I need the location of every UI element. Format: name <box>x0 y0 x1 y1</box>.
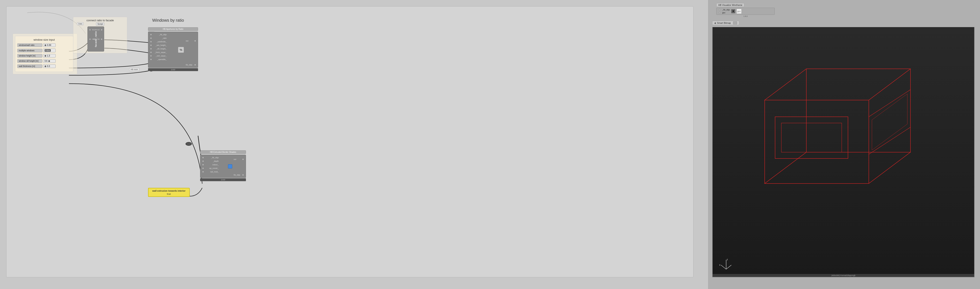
canvas-area: window size input window/wall ratio 0.30… <box>6 6 694 277</box>
ext-rad-dot <box>202 171 204 172</box>
multiple-windows-value[interactable]: False <box>43 49 56 52</box>
axes-indicator: z y x <box>719 258 731 271</box>
ratio-in-port-dot <box>89 38 91 40</box>
wall-thickness-value[interactable]: 0.3 <box>43 64 56 68</box>
svg-rect-7 <box>781 123 842 152</box>
multiple-windows-label: multiple windows <box>17 49 42 52</box>
ext-depth-port: _depth <box>202 160 227 162</box>
win-height-port: _win_height_ <box>150 44 177 46</box>
hb-vis-version: 1.8.0 <box>716 15 775 17</box>
script-badge: Script <box>96 22 104 26</box>
viewport-bg: z y x (400x300) Format32bppArgb <box>713 27 974 277</box>
hb-visualize-node[interactable]: HB Visualize Wireframe _hb_objs geo ⬇ ge… <box>716 3 775 17</box>
right-panel: HB Visualize Wireframe _hb_objs geo ⬇ ge… <box>708 0 980 289</box>
multiple-windows-bool: False <box>45 49 51 52</box>
viewport-3d: z y x (400x300) Format32bppArgb <box>712 27 975 277</box>
hb-vis-geo-dot <box>719 12 721 14</box>
download-icon: ⬇ <box>731 9 735 13</box>
hb-objs-dot <box>150 34 152 35</box>
viewport-footer: (400x300) Format32bppArgb <box>713 274 974 277</box>
ext-ep-dot <box>202 168 204 169</box>
facade-ratio-node[interactable]: facade ratio facade_ratio out <box>88 27 104 51</box>
ext-hb-objs-out-dot <box>242 174 244 176</box>
wall-extrusion-value: true <box>152 193 186 195</box>
ext-indoor-port: indoor_ <box>202 164 227 166</box>
smart-bitmap-chevron[interactable]: ◀ <box>714 22 716 24</box>
window-wall-ratio-knob[interactable] <box>45 45 46 46</box>
hb-objs-port: _hb_objs <box>718 9 730 11</box>
geo-icon: geo <box>737 9 741 14</box>
ext-out-port: out <box>233 158 245 160</box>
horiz-separ-dot <box>150 51 152 53</box>
hb-apertures-node[interactable]: HB Apertures by Ratio _hb_objs _ratio _s… <box>148 27 198 71</box>
data-badge-connect: Data <box>77 22 84 25</box>
ellipse-conn-shape <box>186 142 192 146</box>
svg-marker-1 <box>765 69 910 100</box>
hb-extruded-header: HB Extruded Border Shades <box>200 150 246 154</box>
window-height-knob[interactable] <box>45 55 46 57</box>
geo-port: geo <box>718 12 730 14</box>
ratio-dot <box>150 37 152 39</box>
axes-svg: z y x <box>719 258 731 270</box>
wall-extrusion-node[interactable]: wall extrusion towards interior true <box>148 188 190 197</box>
wall-thickness-row: wall thickness [m] 0.3 <box>17 64 71 68</box>
hb-extruded-outputs: out hb_objs <box>233 156 245 176</box>
hb-extruded-body: _hb_objs _depth indoor_ ep_constr_ <box>200 155 246 178</box>
subdivide-port: _subdivide_ <box>150 41 177 43</box>
left-panel: window size input window/wall ratio 0.30… <box>0 0 708 289</box>
out-output-port: out <box>185 40 197 42</box>
windows-by-ratio-title: Windows by ratio <box>152 18 184 23</box>
win-height-dot <box>150 45 152 46</box>
smart-bitmap-label: Smart Bitmap <box>717 22 731 24</box>
out-output-dot <box>194 40 196 42</box>
window-sill-knob[interactable] <box>48 60 50 62</box>
operable-dot <box>150 59 152 60</box>
svg-line-11 <box>726 265 731 269</box>
smart-bitmap-toggle[interactable] <box>733 21 737 24</box>
hb-apertures-outputs: out hb_objs <box>185 33 197 66</box>
ext-hb-objs-port: _hb_objs <box>202 156 227 159</box>
wall-thickness-knob[interactable] <box>45 65 46 67</box>
window-height-value[interactable]: 1.3 <box>43 54 56 57</box>
hb-apertures-body: _hb_objs _ratio _subdivide_ _win_height_ <box>148 32 198 68</box>
hb-apertures-icon: % <box>177 33 185 66</box>
gh-percent-icon: % <box>178 47 184 53</box>
hb-vis-geo-label: geo <box>722 12 725 14</box>
smart-bitmap-header: ◀ Smart Bitmap <box>712 21 739 25</box>
ellipse-connector[interactable] <box>186 142 192 146</box>
hb-objs-output-dot <box>194 64 196 66</box>
connect-ratio-group: connect ratio to facade Script Data faca… <box>73 17 127 53</box>
vert-separ-port: _vert_separ_ <box>150 55 177 57</box>
operable-port: _operable_ <box>150 58 177 61</box>
window-size-title: window size input <box>17 38 71 41</box>
hb-apertures-version: 1.8.0 <box>148 68 198 71</box>
ratio-list-port-label: ratio_list <box>93 38 100 40</box>
wireframe-svg <box>733 38 921 225</box>
ratio-list-port: ratio_list <box>93 38 103 40</box>
hb-objs-port: _hb_objs <box>150 34 177 36</box>
hb-extruded-node[interactable]: HB Extruded Border Shades _hb_objs _dept… <box>200 150 246 181</box>
window-wall-ratio-value[interactable]: 0.30 <box>43 43 56 47</box>
ratio-list-port-dot <box>101 38 102 40</box>
window-wall-ratio-row: window/wall ratio 0.30 <box>17 43 71 47</box>
out-port: out <box>93 29 103 31</box>
z-axis-label: z <box>727 259 728 261</box>
ext-rad-port: rad_mod_ <box>202 171 227 173</box>
window-wall-ratio-label: window/wall ratio <box>17 43 42 47</box>
hb-vis-hb-objs-label: _hb_objs <box>722 9 730 11</box>
svg-line-12 <box>721 265 726 269</box>
hb-apertures-inputs: _hb_objs _ratio _subdivide_ _win_height_ <box>150 33 177 66</box>
hb-apertures-header: HB Apertures by Ratio <box>148 27 198 31</box>
connect-ratio-title: connect ratio to facade <box>75 19 126 22</box>
hb-visualize-header: HB Visualize Wireframe <box>716 3 744 7</box>
vert-separ-dot <box>150 55 152 57</box>
facade-port-dot <box>89 29 91 31</box>
hb-extruded-icon <box>227 156 233 176</box>
ext-indoor-dot <box>202 164 204 166</box>
svg-marker-8 <box>869 89 910 154</box>
window-sill-value[interactable]: 0.6 <box>43 59 56 63</box>
ext-depth-dot <box>202 160 204 162</box>
ext-out-dot <box>242 158 244 160</box>
out-port-label: out <box>97 29 100 31</box>
window-height-row: window height [m] 1.3 <box>17 54 71 57</box>
